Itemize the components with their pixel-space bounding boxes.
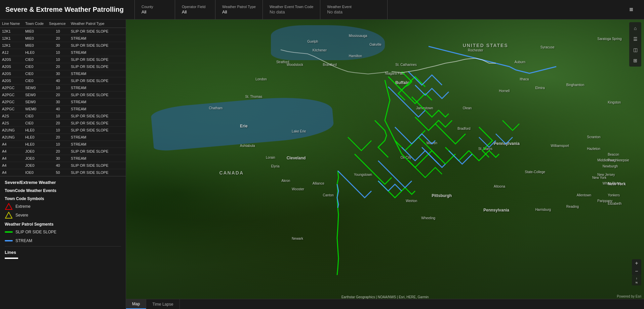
table-cell: A4 xyxy=(0,162,23,169)
layers-tool-button[interactable]: ◫ xyxy=(631,45,640,54)
table-row: A2UNGHLE020STREAM xyxy=(0,134,126,141)
legend-extreme: Extreme xyxy=(5,203,121,210)
map-tab-timelapse[interactable]: Time Lapse xyxy=(146,299,179,309)
data-table-container[interactable]: Line Name Town Code Sequence Weather Pat… xyxy=(0,20,126,176)
table-cell: SLIP OR SIDE SLOPE xyxy=(69,77,126,84)
slip-label: SLIP OR SIDE SLOPE xyxy=(15,230,56,234)
weather-event-town-code-label: Weather Event Town Code xyxy=(270,5,313,9)
table-row: A4JOE030STREAM xyxy=(0,155,126,162)
table-cell: SLIP OR SIDE SLOPE xyxy=(69,28,126,35)
map-tab-map[interactable]: Map xyxy=(126,299,146,309)
home-tool-button[interactable]: ⌂ xyxy=(631,24,640,33)
table-cell: 10 xyxy=(47,141,69,148)
table-cell: SEW0 xyxy=(23,91,47,99)
table-cell: STREAM xyxy=(69,70,126,77)
zoom-out-button[interactable]: − xyxy=(632,267,641,275)
table-row: A20SCIE010SLIP OR SIDE SLOPE xyxy=(0,56,126,63)
table-cell: SLIP OR SIDE SLOPE xyxy=(69,148,126,155)
table-cell: 12K1 xyxy=(0,35,23,42)
table-cell: A2UNG xyxy=(0,134,23,141)
table-cell: SLIP OR SIDE SLOPE xyxy=(69,127,126,134)
extreme-label: Extreme xyxy=(15,204,31,209)
table-cell: JOE0 xyxy=(23,148,47,155)
table-cell: 40 xyxy=(47,77,69,84)
operator-field-label: Operator Field xyxy=(182,5,208,9)
legend-subtitle-3: Town Code Symbols xyxy=(5,196,121,201)
weather-patrol-type-value: All xyxy=(222,9,256,14)
table-cell: A2PGC xyxy=(0,106,23,113)
table-row: A2SCIE020SLIP OR SIDE SLOPE xyxy=(0,120,126,127)
north-arrow: ↑N xyxy=(632,275,641,285)
map-area[interactable]: UNITED STATESCANADAGuelphMississaugaOakv… xyxy=(126,20,644,309)
table-cell: 12K1 xyxy=(0,42,23,49)
col-weather-patrol-type: Weather Patrol Type xyxy=(69,20,126,28)
operator-field-value: All xyxy=(182,9,208,14)
severe-label: Severe xyxy=(15,213,28,218)
zoom-in-button[interactable]: + xyxy=(632,259,641,267)
table-cell: 50 xyxy=(47,169,69,176)
table-cell: HLE0 xyxy=(23,141,47,148)
map-toolbar: ⌂ ☰ ◫ ⊞ xyxy=(629,22,641,67)
grid-tool-button[interactable]: ⊞ xyxy=(631,56,640,65)
table-cell: A2PGC xyxy=(0,99,23,106)
main-content: Line Name Town Code Sequence Weather Pat… xyxy=(0,20,644,309)
lines-title: Lines xyxy=(5,250,121,255)
table-cell: A20S xyxy=(0,63,23,70)
table-cell: A12 xyxy=(0,49,23,56)
col-line-name: Line Name xyxy=(0,20,23,28)
zoom-controls: + − xyxy=(632,259,641,275)
weather-event-filter[interactable]: Weather Event No data xyxy=(320,0,388,20)
svg-marker-0 xyxy=(5,203,12,209)
legend-subtitle-4: Weather Patrol Segments xyxy=(5,222,121,227)
table-cell: HLE0 xyxy=(23,127,47,134)
table-cell: SLIP OR SIDE SLOPE xyxy=(69,120,126,127)
table-cell: CIE0 xyxy=(23,56,47,63)
county-filter-label: County xyxy=(142,5,168,9)
table-row: A2SCIE010SLIP OR SIDE SLOPE xyxy=(0,113,126,120)
table-cell: STREAM xyxy=(69,155,126,162)
table-cell: SLIP OR SIDE SLOPE xyxy=(69,42,126,49)
table-row: A12HLE010STREAM xyxy=(0,49,126,56)
table-row: A2PGCWEM040STREAM xyxy=(0,106,126,113)
table-cell: A2UNG xyxy=(0,127,23,134)
table-cell: STREAM xyxy=(69,99,126,106)
weather-event-town-code-filter[interactable]: Weather Event Town Code No data xyxy=(263,0,320,20)
esri-credit: Powered by Esri xyxy=(617,295,641,298)
table-cell: JOE0 xyxy=(23,155,47,162)
app-title: Severe & Extreme Weather Patrolling xyxy=(5,6,124,13)
table-cell: 10 xyxy=(47,49,69,56)
table-cell: SLIP OR SIDE SLOPE xyxy=(69,113,126,120)
operator-field-filter[interactable]: Operator Field All xyxy=(175,0,215,20)
table-cell: 40 xyxy=(47,162,69,169)
lines-section: Lines xyxy=(5,246,121,259)
lines-bar xyxy=(5,258,18,259)
table-cell: STREAM xyxy=(69,84,126,91)
table-cell: 20 xyxy=(47,148,69,155)
table-cell: IOE0 xyxy=(23,169,47,176)
col-town-code: Town Code xyxy=(23,20,47,28)
table-cell: A4 xyxy=(0,155,23,162)
table-cell: A2S xyxy=(0,120,23,127)
table-cell: 20 xyxy=(47,120,69,127)
legend-subtitle-2: TownCode Weather Events xyxy=(5,188,121,193)
legend-section: Severe/Extreme Weather TownCode Weather … xyxy=(0,176,126,309)
hamburger-button[interactable]: ≡ xyxy=(624,6,639,13)
table-cell: 10 xyxy=(47,84,69,91)
stream-label: STREAM xyxy=(15,238,32,243)
table-cell: JOE0 xyxy=(23,162,47,169)
table-row: A2UNGHLE010SLIP OR SIDE SLOPE xyxy=(0,127,126,134)
filter-group: County All Operator Field All Weather Pa… xyxy=(134,0,624,20)
table-cell: 40 xyxy=(47,106,69,113)
weather-patrol-type-filter[interactable]: Weather Patrol Type All xyxy=(215,0,263,20)
table-row: A20SCIE020SLIP OR SIDE SLOPE xyxy=(0,63,126,70)
county-filter[interactable]: County All xyxy=(135,0,175,20)
table-cell: A20S xyxy=(0,70,23,77)
table-cell: MIE0 xyxy=(23,42,47,49)
weather-event-town-code-value: No data xyxy=(270,9,313,14)
table-cell: 12K1 xyxy=(0,28,23,35)
legend-slip: SLIP OR SIDE SLOPE xyxy=(5,229,121,235)
table-cell: 30 xyxy=(47,99,69,106)
legend-severe: Severe xyxy=(5,212,121,219)
table-cell: HLE0 xyxy=(23,134,47,141)
list-tool-button[interactable]: ☰ xyxy=(631,34,640,44)
